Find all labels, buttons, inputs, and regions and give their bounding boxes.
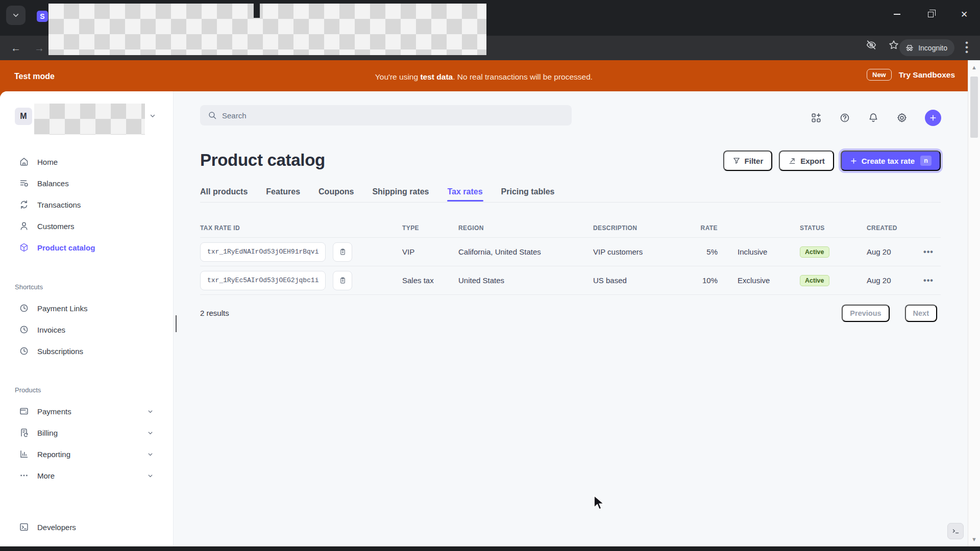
account-switcher[interactable]: M — [15, 108, 32, 125]
export-button[interactable]: Export — [779, 151, 834, 171]
transactions-icon — [19, 199, 29, 210]
row-actions-button[interactable]: ••• — [916, 247, 941, 257]
help-icon[interactable] — [839, 112, 850, 123]
cell-created: Aug 20 — [867, 247, 916, 256]
sidebar-item-transactions[interactable]: Transactions — [0, 194, 173, 215]
wallet-icon — [19, 406, 29, 416]
stripe-favicon[interactable]: S — [37, 11, 48, 22]
sidebar-item-subscriptions[interactable]: Subscriptions — [0, 340, 173, 362]
tab-tax-rates[interactable]: Tax rates — [448, 187, 483, 196]
tab-all-products[interactable]: All products — [200, 187, 248, 196]
create-tax-rate-button[interactable]: Create tax rate n — [841, 151, 941, 171]
customers-icon — [19, 221, 29, 231]
home-icon — [19, 157, 29, 167]
browser-menu-button[interactable]: ••• — [962, 40, 972, 54]
bookmark-star-icon[interactable] — [888, 39, 899, 51]
table-header-row: TAX RATE ID TYPE REGION DESCRIPTION RATE… — [200, 219, 941, 238]
table-row[interactable]: txr_1RyEdNAIrOd53jOEH91rBqvi VIP Califor… — [200, 238, 941, 266]
sidebar-item-more[interactable]: More — [0, 465, 173, 486]
filter-button[interactable]: Filter — [723, 151, 773, 171]
terminal-icon — [951, 527, 960, 536]
redacted-tab-and-url — [48, 4, 486, 55]
cell-behavior: Inclusive — [719, 247, 795, 256]
cell-type: VIP — [402, 247, 458, 256]
create-menu-button[interactable] — [925, 110, 941, 126]
tab-pricing-tables[interactable]: Pricing tables — [501, 187, 555, 196]
sidebar-item-home[interactable]: Home — [0, 151, 173, 172]
tabs-divider — [200, 202, 941, 203]
table-row[interactable]: txr_1RyEc5AIrOd53jOEG2jqbc1i Sales tax U… — [200, 266, 941, 295]
product-catalog-icon — [19, 242, 29, 253]
sidebar-item-label: Billing — [37, 429, 58, 437]
section-label-products: Products — [15, 386, 41, 394]
column-header: STATUS — [795, 224, 867, 232]
bell-icon[interactable] — [868, 112, 879, 123]
sidebar-item-customers[interactable]: Customers — [0, 215, 173, 237]
cell-rate: 5% — [670, 247, 719, 256]
sidebar-item-reporting[interactable]: Reporting — [0, 443, 173, 465]
tax-rates-table: TAX RATE ID TYPE REGION DESCRIPTION RATE… — [200, 219, 941, 295]
sidebar-item-developers[interactable]: Developers — [0, 516, 173, 538]
stripe-dashboard: M Home Balances Transactions — [0, 91, 968, 546]
developers-console-button[interactable] — [947, 523, 964, 539]
copy-id-button[interactable] — [333, 242, 352, 262]
scrollbar-up-arrow[interactable]: ▲ — [968, 64, 980, 70]
sidebar-item-balances[interactable]: Balances — [0, 172, 173, 194]
tab-features[interactable]: Features — [266, 187, 300, 196]
clock-icon — [19, 324, 29, 335]
clock-icon — [19, 303, 29, 313]
window-restore-button[interactable] — [920, 5, 941, 23]
tab-coupons[interactable]: Coupons — [318, 187, 354, 196]
chevron-down-icon — [147, 472, 154, 479]
chevron-down-icon — [12, 12, 19, 19]
previous-page-button[interactable]: Previous — [842, 305, 889, 322]
sidebar-item-payments[interactable]: Payments — [0, 400, 173, 422]
page-scrollbar[interactable]: ▲ ▼ — [968, 60, 980, 546]
sidebar-item-label: Invoices — [37, 325, 65, 334]
column-header: DESCRIPTION — [593, 224, 670, 232]
sidebar-item-billing[interactable]: Billing — [0, 422, 173, 443]
minimize-icon — [894, 14, 900, 15]
scrollbar-thumb[interactable] — [970, 77, 978, 138]
window-minimize-button[interactable] — [886, 5, 908, 23]
browser-back-button[interactable]: ← — [7, 39, 24, 57]
search-bar[interactable] — [200, 105, 572, 126]
next-page-button[interactable]: Next — [905, 305, 937, 322]
sidebar-item-label: Subscriptions — [37, 347, 83, 356]
sidebar: M Home Balances Transactions — [0, 91, 174, 546]
try-sandboxes-link[interactable]: Try Sandboxes — [899, 70, 955, 80]
sidebar-item-label: More — [37, 471, 55, 480]
tab-search-button[interactable] — [6, 6, 26, 25]
sidebar-item-label: Payment Links — [37, 304, 87, 313]
scrollbar-down-arrow[interactable]: ▼ — [968, 536, 980, 542]
search-input[interactable] — [222, 111, 528, 120]
sidebar-item-invoices[interactable]: Invoices — [0, 319, 173, 340]
sidebar-item-payment-links[interactable]: Payment Links — [0, 297, 173, 319]
new-badge: New — [867, 69, 892, 81]
row-actions-button[interactable]: ••• — [916, 276, 941, 285]
column-header: REGION — [458, 224, 593, 232]
apps-grid-icon[interactable] — [811, 112, 822, 123]
chevron-down-icon — [147, 451, 154, 458]
screen: S ✕ ← → Incognito ••• Test mode You're u… — [0, 0, 980, 551]
terminal-icon — [19, 522, 29, 532]
chevron-down-icon — [147, 430, 154, 436]
status-badge: Active — [800, 246, 829, 258]
gear-icon[interactable] — [896, 112, 908, 123]
copy-id-button[interactable] — [333, 271, 352, 290]
sidebar-item-label: Payments — [37, 407, 71, 416]
tax-rate-id[interactable]: txr_1RyEdNAIrOd53jOEH91rBqvi — [200, 242, 326, 262]
account-avatar: M — [15, 108, 32, 125]
tax-rate-id[interactable]: txr_1RyEc5AIrOd53jOEG2jqbc1i — [200, 271, 326, 290]
browser-forward-button[interactable]: → — [31, 39, 48, 57]
keyboard-shortcut-badge: n — [920, 156, 932, 166]
redacted-account-name — [34, 104, 145, 135]
window-close-button[interactable]: ✕ — [953, 5, 975, 23]
cell-description: US based — [593, 276, 670, 285]
eye-off-icon[interactable] — [866, 39, 877, 51]
column-header: TAX RATE ID — [200, 224, 402, 232]
sidebar-item-product-catalog[interactable]: Product catalog — [0, 237, 173, 258]
tab-shipping-rates[interactable]: Shipping rates — [372, 187, 429, 196]
caret-artifact — [176, 315, 177, 332]
search-icon — [208, 111, 217, 120]
